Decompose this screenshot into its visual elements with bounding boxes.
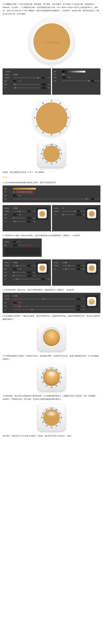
ps-panel-group-4-2: 混合模式正片叠底 不透明度30% 角度90度 距离5px 阻塞0% 大小20px… xyxy=(2,258,100,287)
icon-highlight-illustration xyxy=(2,363,100,392)
gradient-bar xyxy=(62,70,86,73)
step-4-3-text: 4.3 把内阴1复制一层命名为2，填充不透明度调为0，修改图层样式（参数如下，仅… xyxy=(2,288,100,292)
plate-with-dots-illustration xyxy=(2,98,100,137)
step-4-6-text: 4.6 做到这里，我们还给之前做的每个黄球的纹络，在之前建的圆环图层上，用椭圆工… xyxy=(2,394,100,401)
red-callout-1: 仅供参考裁图时别照搬数据 xyxy=(16,190,33,194)
center-point-text: 中心点拖到这黄球里 xyxy=(44,42,60,44)
step-4-2-text: 4.2 把黄球Ctrl+J复制一层命名为内阴1，填充不透明度改为0,添加图层样式… xyxy=(2,234,100,237)
step-4-title: 第四步： xyxy=(2,176,100,179)
ps-panel-4-3: 混合模式正片叠底 不透明度50% 角度-90度 距离15px 大小40px xyxy=(2,293,100,313)
ps-panel-group-1: 混合选项 混合模式正片叠底 不透明度100% 角度90度 距离0px 大小5px… xyxy=(2,67,100,96)
fill-opacity-note: 填充不透明度为0 xyxy=(22,244,32,246)
final-note: 选中黄球，内阴1和2 ctrl+G 组命名为黄球。到这里，我们的ICON终于快完… xyxy=(2,434,100,438)
ps-panel-step4-1: 渐变 样式线性 仅供参考裁图时别照搬数据 角度90度 缩放100% xyxy=(2,186,100,202)
label-12: 12 xyxy=(44,38,60,41)
icon-ring-dots-illustration xyxy=(2,140,100,168)
ps-label: 混合模式 xyxy=(4,74,12,76)
ps-panel-group-4-1: 混合模式正片叠底 不透明度50% 角度90度 距离3px 大小10px 混合模式… xyxy=(2,204,100,232)
step-3-3-text: 3.3 用椭圆工具画一个320*320的正圆，颜色随意，居中底板，命名为黄球。接… xyxy=(2,2,100,16)
mid-note-1: 到这里，我们的图标已经完成一大半了，接下来继续！ xyxy=(2,171,100,174)
icon-crosshatch-illustration xyxy=(2,404,100,432)
center-drag-label: 12 中心点拖到这黄球里 xyxy=(44,38,60,44)
step-4-4-text: 4.4 在如图所示位置画一个圆命名为黄部，填充不透明度为0。在属性里羽化25px… xyxy=(2,314,100,321)
ring-dots xyxy=(32,98,71,137)
step-4-1-text: 4.1 把之前画好的黄球放到圆环图层组上面来，再给它添加图层样式 xyxy=(2,181,100,184)
plate-illustration: 12 中心点拖到这黄球里 xyxy=(2,18,100,64)
icon-glossy-illustration xyxy=(2,324,100,352)
ps-tab: 混合选项 xyxy=(4,70,11,73)
step-4-5-text: 4.5 同理在如图所示位置画一个圆命名为高光，填充颜色:#ffffff，在属性里… xyxy=(2,354,100,361)
ps-layers-panel: 不透明度100% 填充0% 填充不透明度为0 xyxy=(2,238,42,257)
